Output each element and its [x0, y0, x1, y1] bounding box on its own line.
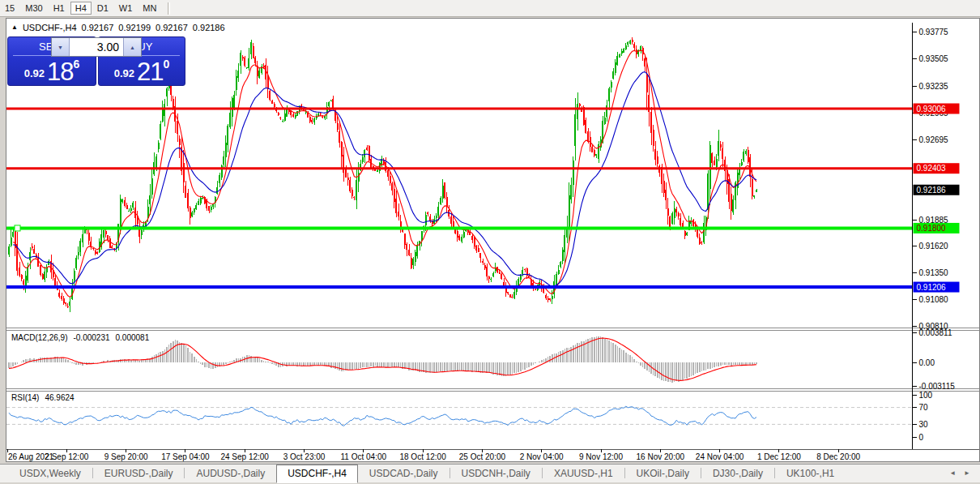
svg-text:3 Oct 23:00: 3 Oct 23:00 [283, 452, 326, 461]
chart-window[interactable]: 0.937750.935050.932350.929650.926950.918… [6, 18, 980, 462]
line-handle[interactable] [15, 225, 20, 231]
svg-text:9 Sep 20:00: 9 Sep 20:00 [104, 452, 148, 461]
chart-title: ▲ USDCHF-,H4 0.92167 0.92199 0.92167 0.9… [11, 23, 225, 32]
price-line-label: 0.92403 [914, 163, 960, 173]
chevron-down-icon: ▼ [58, 45, 63, 50]
sell-price-pip: 6 [74, 58, 80, 71]
price-line-label: 0.91206 [914, 282, 960, 293]
sell-price: 0.92 18 6 [8, 57, 96, 85]
svg-text:0.93775: 0.93775 [919, 28, 949, 36]
svg-text:24 Nov 04:00: 24 Nov 04:00 [696, 452, 744, 461]
svg-text:0.92186: 0.92186 [917, 186, 947, 195]
current-price-label: 0.92186 [914, 185, 960, 195]
ohlc-open: 0.92167 [82, 23, 114, 32]
chart-tab-bar: USDX,WeeklyEURUSD-,DailyAUDUSD-,DailyUSD… [0, 464, 980, 482]
macd-signal-value: 0.000081 [116, 333, 150, 342]
svg-text:100: 100 [919, 391, 933, 400]
svg-text:0.91206: 0.91206 [917, 283, 947, 292]
svg-text:24 Sep 12:00: 24 Sep 12:00 [220, 452, 269, 461]
tab-scroll-controls: ◄► [949, 469, 980, 482]
svg-text:0.91620: 0.91620 [919, 242, 949, 251]
svg-text:0.92695: 0.92695 [919, 135, 949, 144]
price-line-label: 0.91800 [914, 223, 960, 233]
rsi-value: 46.9624 [45, 393, 74, 402]
price-axis[interactable]: 0.937750.935050.932350.929650.926950.918… [913, 23, 956, 449]
ohlc-low: 0.92167 [156, 23, 188, 32]
svg-text:30: 30 [919, 420, 929, 429]
svg-text:0.91350: 0.91350 [919, 268, 949, 277]
one-click-trade-panel: SELL 0.92 18 6 BUY 0.92 21 0 ▼ 3.00 ▲ [7, 36, 185, 86]
toolbar-separator [168, 2, 170, 15]
volume-decrease-button[interactable]: ▼ [52, 38, 70, 56]
chart-tab-usdx[interactable]: USDX,Weekly [8, 465, 92, 482]
svg-text:9 Nov 12:00: 9 Nov 12:00 [579, 452, 623, 461]
collapse-icon[interactable]: ▲ [11, 24, 18, 32]
ohlc-close: 0.92186 [193, 23, 225, 32]
svg-text:2 Nov 04:00: 2 Nov 04:00 [520, 452, 564, 461]
chart-tab-audusd-[interactable]: AUDUSD-,Daily [185, 465, 276, 482]
macd-indicator-label: MACD(12,26,9) -0.000231 0.000081 [11, 333, 149, 342]
rsi-name: RSI(14) [11, 393, 39, 402]
sell-price-main: 18 [47, 58, 73, 85]
rsi-line [9, 406, 756, 426]
timeframe-button-w1[interactable]: W1 [114, 2, 138, 15]
svg-text:70: 70 [919, 403, 929, 412]
chart-tab-eurusd-[interactable]: EURUSD-,Daily [93, 465, 185, 482]
svg-text:17 Sep 04:00: 17 Sep 04:00 [161, 452, 210, 461]
timeframe-button-h4[interactable]: H4 [70, 2, 92, 15]
svg-text:16 Nov 20:00: 16 Nov 20:00 [637, 452, 685, 461]
buy-price: 0.92 21 0 [99, 57, 185, 85]
rsi-indicator-label: RSI(14) 46.9624 [11, 393, 75, 402]
svg-text:0.93505: 0.93505 [919, 54, 949, 63]
timeframe-button-15[interactable]: 15 [0, 2, 19, 15]
svg-text:1 Dec 12:00: 1 Dec 12:00 [757, 452, 801, 461]
macd-histogram [9, 336, 756, 383]
svg-text:18 Oct 12:00: 18 Oct 12:00 [399, 452, 446, 461]
svg-text:0.00: 0.00 [919, 358, 935, 367]
chart-tab-usdchf-[interactable]: USDCHF-,H4 [276, 465, 358, 483]
svg-text:0: 0 [919, 433, 924, 442]
svg-text:11 Oct 04:00: 11 Oct 04:00 [341, 452, 387, 461]
chart-tab-xauusd-[interactable]: XAUUSD-,H1 [543, 465, 624, 482]
timeframe-button-mn[interactable]: MN [138, 2, 161, 15]
svg-text:0.91885: 0.91885 [919, 216, 949, 225]
chart-tab-dj30-[interactable]: DJ30-,Daily [701, 465, 774, 482]
volume-input[interactable]: 3.00 [70, 38, 123, 56]
volume-increase-button[interactable]: ▲ [123, 38, 141, 56]
svg-text:0.91800: 0.91800 [917, 224, 947, 233]
svg-text:0.91080: 0.91080 [919, 295, 949, 304]
buy-price-pip: 0 [164, 58, 170, 71]
volume-stepper: ▼ 3.00 ▲ [51, 37, 142, 57]
svg-text:8 Dec 20:00: 8 Dec 20:00 [816, 452, 860, 461]
svg-text:0.92403: 0.92403 [917, 164, 947, 173]
svg-text:0.93006: 0.93006 [917, 105, 947, 114]
timeframe-button-h1[interactable]: H1 [49, 2, 70, 15]
price-line-label: 0.93006 [914, 104, 960, 114]
timeframe-toolbar: 15M30H1H4D1W1MN [0, 0, 980, 17]
fast-ma [13, 50, 756, 298]
slow-ma [13, 72, 756, 287]
chevron-up-icon: ▲ [130, 45, 135, 50]
sell-price-prefix: 0.92 [24, 67, 45, 79]
buy-price-main: 21 [137, 58, 163, 85]
tab-scroll-right-button[interactable]: ► [964, 469, 970, 478]
macd-name: MACD(12,26,9) [11, 333, 67, 342]
ohlc-high: 0.92199 [118, 23, 151, 32]
tab-scroll-left-button[interactable]: ◄ [949, 469, 956, 478]
svg-text:2 Sep 12:00: 2 Sep 12:00 [45, 452, 88, 461]
timeframe-button-d1[interactable]: D1 [92, 2, 113, 15]
time-axis[interactable]: 26 Aug 20212 Sep 12:009 Sep 20:0017 Sep … [6, 449, 979, 461]
chart-tab-uk100-[interactable]: UK100-,H1 [775, 465, 846, 482]
chart-tab-usdcnh-[interactable]: USDCNH-,Daily [450, 465, 542, 482]
chart-tab-ukoil-[interactable]: UKOil-,Daily [625, 465, 701, 482]
chart-symbol-period: USDCHF-,H4 [23, 23, 77, 32]
svg-text:0.003811: 0.003811 [919, 328, 952, 337]
svg-text:0.93235: 0.93235 [919, 82, 949, 91]
chart-tab-usdcad-[interactable]: USDCAD-,Daily [358, 465, 450, 482]
svg-text:25 Oct 20:00: 25 Oct 20:00 [459, 452, 506, 461]
timeframe-button-m30[interactable]: M30 [20, 2, 47, 15]
moving-averages [13, 50, 756, 298]
macd-value: -0.000231 [73, 333, 109, 342]
buy-price-prefix: 0.92 [114, 67, 134, 79]
